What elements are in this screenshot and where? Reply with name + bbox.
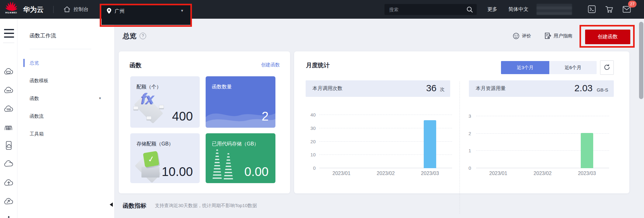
stat-value: 2.03	[575, 83, 593, 93]
active-indicator-bar	[23, 59, 25, 67]
y-tick-label: 30	[310, 126, 316, 131]
monthly-card-title: 月度统计	[306, 61, 330, 69]
y-axis: 0123	[465, 116, 471, 168]
user-guide-link[interactable]: 用户指南	[554, 33, 572, 39]
device-cloud-icon[interactable]	[4, 140, 14, 150]
resource-usage-bar-chart: 0123 2023/012023/022023/03	[465, 111, 614, 182]
y-tick-label: 0	[313, 165, 316, 171]
help-icon[interactable]: ?	[140, 33, 146, 39]
create-function-link[interactable]: 创建函数	[261, 62, 280, 68]
cli-console-icon[interactable]	[588, 5, 596, 13]
cloud-dots-icon[interactable]	[4, 85, 14, 95]
tile-label: 存储配额（GB）	[136, 141, 174, 147]
sidebar-collapse-arrow[interactable]	[110, 202, 113, 207]
y-axis: 010203040	[306, 115, 316, 168]
tile-label: 配额（个）	[136, 84, 161, 90]
sidebar-title: 函数工作流	[30, 32, 56, 39]
stat-unit: GB-S	[597, 87, 608, 92]
range-3-months-button[interactable]: 近3个月	[501, 61, 549, 74]
stat-unit: 次	[440, 87, 445, 92]
feedback-link[interactable]: 评价	[522, 33, 531, 39]
language-selector[interactable]: 简体中文	[508, 6, 528, 13]
annotation-region-highlight	[100, 4, 192, 27]
smiley-icon[interactable]	[513, 32, 520, 40]
top-bar: HUAWEI 华为云 控制台 广州 ▼ 更多 简体中文 27	[0, 0, 644, 19]
function-count-tile: 函数数量 2	[206, 76, 275, 128]
stat-label: 本月资源用量	[476, 85, 506, 92]
sidebar-item-label: 函数流	[30, 113, 44, 119]
tile-value: 10.00	[162, 165, 193, 179]
function-card: 函数 创建函数 配额（个） fx 400 函数数量 2 存储配额（GB） ✓ 1…	[119, 51, 290, 193]
tile-label: 已用代码存储（GB）	[212, 141, 259, 147]
service-icon-rail	[0, 19, 17, 218]
cloud-compute-icon[interactable]	[4, 67, 14, 77]
console-link[interactable]: 控制台	[74, 6, 88, 13]
tile-label: 函数数量	[212, 84, 232, 90]
x-tick-label: 2023/01	[332, 171, 351, 176]
tile-value: 2	[262, 109, 269, 123]
pyramid-icon[interactable]	[4, 215, 14, 218]
stat-value: 36	[426, 83, 436, 93]
cloud-upload-icon[interactable]	[4, 178, 14, 188]
chevron-down-icon[interactable]: ▼	[98, 92, 102, 105]
refresh-icon	[603, 64, 610, 71]
x-tick-label: 2023/02	[534, 171, 552, 176]
chart-bar	[581, 133, 593, 168]
sidebar-item-functions[interactable]: 函数 ▼	[17, 92, 115, 105]
service-sidebar: 函数工作流 总览 函数模板 函数 ▼ 函数流 工具箱	[17, 19, 115, 218]
sidebar-item-function-templates[interactable]: 函数模板	[17, 74, 115, 87]
waves-functiongraph-icon[interactable]	[4, 122, 14, 132]
annotation-create-function-highlight	[580, 25, 635, 48]
more-menu[interactable]: 更多	[487, 6, 497, 13]
function-metrics-note: 支持查询近30天数据，统计周期不影响Top10数据	[155, 203, 257, 209]
chart-bar	[424, 120, 436, 168]
y-tick-label: 20	[310, 139, 316, 145]
function-metrics-title: 函数指标	[123, 202, 146, 210]
x-tick-label: 2023/03	[421, 171, 439, 176]
range-6-months-button[interactable]: 近6个月	[549, 61, 597, 74]
cloud-icon[interactable]	[4, 159, 14, 169]
sidebar-item-toolbox[interactable]: 工具箱	[17, 128, 115, 140]
search-box	[384, 4, 477, 15]
invocations-bar-chart: 010203040 2023/012023/022023/03	[306, 111, 452, 182]
gridline	[476, 116, 609, 116]
search-input[interactable]	[384, 4, 477, 15]
cloud-server-icon[interactable]	[4, 104, 14, 114]
y-tick-label: 0	[469, 165, 471, 171]
y-tick-label: 3	[469, 113, 471, 119]
refresh-button[interactable]	[600, 60, 614, 75]
topbar-divider	[53, 6, 54, 13]
x-axis: 2023/012023/022023/03	[319, 170, 452, 177]
quota-tile: 配额（个） fx 400	[130, 76, 200, 128]
menu-icon[interactable]	[4, 29, 14, 39]
cart-icon[interactable]	[605, 5, 613, 13]
y-tick-label: 40	[310, 112, 316, 118]
search-icon[interactable]	[466, 6, 473, 13]
used-code-storage-tile: 已用代码存储（GB） 0.00	[206, 133, 275, 183]
y-tick-label: 2	[469, 131, 471, 136]
brand-name[interactable]: 华为云	[23, 5, 44, 14]
sidebar-item-function-flows[interactable]: 函数流	[17, 110, 115, 122]
huawei-logo[interactable]: HUAWEI	[4, 1, 19, 18]
user-guide-icon[interactable]	[544, 32, 551, 40]
tile-value: 0.00	[244, 165, 269, 179]
page-title: 总览	[123, 31, 136, 41]
scrollbar-thumb[interactable]	[639, 22, 643, 99]
sidebar-item-overview[interactable]: 总览	[17, 57, 115, 69]
storage-quota-tile: 存储配额（GB） ✓ 10.00	[130, 133, 200, 183]
dashed-divider	[460, 82, 460, 214]
sidebar-item-label: 工具箱	[30, 131, 44, 136]
account-name-blurred[interactable]	[537, 4, 572, 15]
huawei-flower-icon	[5, 1, 17, 12]
tile-value: 400	[172, 109, 193, 123]
sidebar-item-label: 函数模板	[30, 78, 48, 83]
cloud-meter-icon[interactable]	[4, 197, 14, 206]
stat-label: 本月调用次数	[312, 85, 342, 92]
monthly-invocations-stat: 本月调用次数 36 次	[306, 80, 450, 97]
home-icon[interactable]	[63, 6, 71, 13]
rail-divider	[3, 43, 14, 43]
x-tick-label: 2023/02	[377, 171, 395, 176]
huawei-logo-text: HUAWEI	[4, 11, 19, 14]
y-tick-label: 10	[310, 152, 316, 158]
notification-badge: 27	[628, 1, 637, 7]
